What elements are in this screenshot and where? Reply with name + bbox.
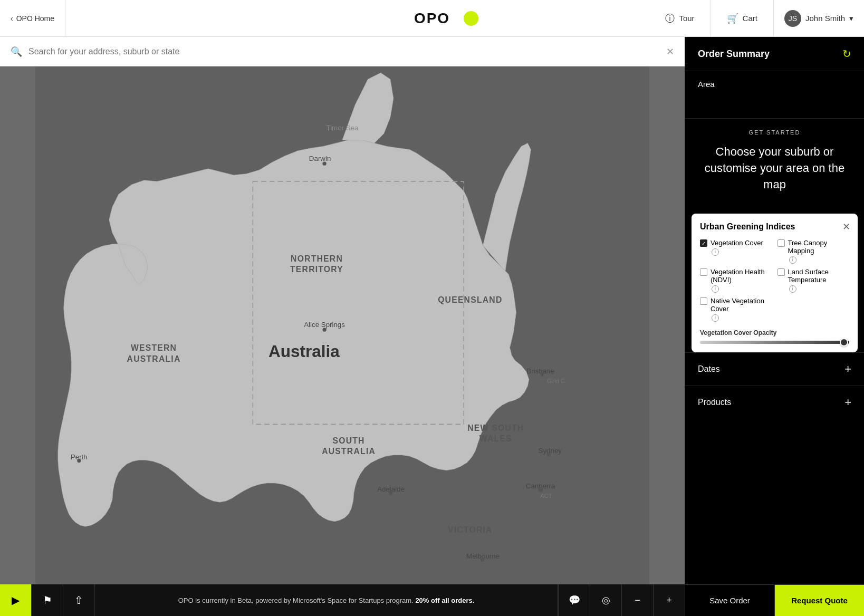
products-label: Products — [698, 398, 731, 407]
svg-text:SOUTH: SOUTH — [333, 436, 365, 445]
header-right: ⓘ Tour 🛒 Cart JS John Smith ▾ — [649, 0, 864, 36]
toolbar-left: ▶ ⚑ ⇧ — [0, 584, 95, 616]
cart-label: Cart — [743, 14, 757, 23]
tree-canopy-info-icon[interactable]: i — [789, 256, 796, 264]
chevron-down-icon: ▾ — [849, 14, 853, 23]
tour-button[interactable]: ⓘ Tour — [649, 0, 711, 36]
bottom-toolbar: ▶ ⚑ ⇧ OPO is currently in Beta, powered … — [0, 584, 685, 616]
veg-cover-label: Vegetation Cover — [711, 239, 763, 247]
get-started-sub: GET STARTED — [698, 129, 851, 136]
land-surface-checkbox[interactable] — [777, 268, 785, 276]
svg-text:Australia: Australia — [268, 342, 340, 361]
area-section: Area — [685, 71, 864, 119]
ugi-item-tree-canopy: Tree Canopy Mapping i — [777, 239, 850, 264]
veg-health-info-icon[interactable]: i — [712, 285, 719, 293]
dates-label: Dates — [698, 364, 720, 374]
ugi-close-button[interactable]: ✕ — [842, 221, 850, 233]
opacity-label: Vegetation Cover Opacity — [700, 329, 849, 336]
search-clear-button[interactable]: ✕ — [666, 46, 674, 57]
location-tool-button[interactable]: ◎ — [590, 584, 621, 616]
svg-text:Darwin: Darwin — [309, 155, 331, 162]
logo-dot — [464, 11, 478, 26]
svg-text:NEW SOUTH: NEW SOUTH — [467, 424, 524, 432]
svg-text:Timor Sea: Timor Sea — [327, 124, 359, 132]
minus-icon: − — [635, 595, 640, 606]
cursor-tool-button[interactable]: ▶ — [0, 584, 32, 616]
area-label: Area — [698, 80, 851, 89]
order-summary-header: Order Summary ↻ — [685, 37, 864, 71]
veg-health-label: Vegetation Health (NDVI) — [711, 268, 772, 284]
upload-icon: ⇧ — [74, 594, 83, 607]
opacity-thumb — [840, 338, 848, 346]
native-veg-checkbox[interactable] — [700, 297, 707, 305]
save-order-button[interactable]: Save Order — [685, 585, 775, 616]
svg-text:Alice Springs: Alice Springs — [304, 321, 345, 329]
order-summary-title: Order Summary — [698, 49, 770, 60]
zoom-out-button[interactable]: − — [621, 584, 653, 616]
zoom-in-button[interactable]: + — [653, 584, 685, 616]
land-surface-label: Land Surface Temperature — [788, 268, 850, 284]
map-svg: WESTERN AUSTRALIA NORTHERN TERRITORY SOU… — [0, 66, 685, 616]
opacity-slider[interactable] — [700, 341, 849, 344]
svg-point-26 — [322, 328, 326, 332]
polygon-icon: ⚑ — [43, 594, 52, 607]
plus-icon: + — [666, 595, 672, 606]
cart-icon: 🛒 — [727, 13, 738, 24]
veg-cover-info-icon[interactable]: i — [712, 248, 719, 256]
veg-cover-checkbox[interactable] — [700, 239, 707, 247]
beta-bold: 20% off all orders. — [415, 596, 474, 604]
svg-text:AUSTRALIA: AUSTRALIA — [127, 354, 181, 363]
back-button[interactable]: ‹ OPO Home — [0, 0, 65, 36]
native-veg-info-icon[interactable]: i — [712, 314, 719, 322]
svg-text:Brisbane: Brisbane — [526, 367, 554, 375]
svg-point-29 — [541, 372, 544, 376]
tree-canopy-label: Tree Canopy Mapping — [788, 239, 850, 255]
user-menu[interactable]: JS John Smith ▾ — [774, 0, 864, 36]
svg-text:ACT: ACT — [541, 493, 552, 499]
cart-button[interactable]: 🛒 Cart — [711, 0, 774, 36]
search-input[interactable] — [28, 47, 660, 56]
svg-point-27 — [77, 459, 81, 463]
dates-accordion[interactable]: Dates + — [685, 352, 864, 386]
logo: OPO — [414, 10, 450, 27]
map-area[interactable]: WESTERN AUSTRALIA NORTHERN TERRITORY SOU… — [0, 66, 685, 616]
toolbar-right: 💬 ◎ − + — [558, 584, 685, 616]
veg-health-checkbox[interactable] — [700, 268, 707, 276]
land-surface-info-icon[interactable]: i — [789, 285, 796, 293]
ugi-panel: Urban Greening Indices ✕ Vegetation Cove… — [692, 214, 858, 352]
svg-point-28 — [389, 492, 392, 495]
refresh-icon[interactable]: ↻ — [842, 47, 851, 60]
get-started-text: Choose your suburb or customise your are… — [698, 144, 851, 192]
upload-tool-button[interactable]: ⇧ — [63, 584, 95, 616]
dates-expand-icon: + — [844, 362, 851, 376]
location-icon: ◎ — [602, 594, 610, 606]
comment-icon: 💬 — [569, 594, 580, 606]
products-expand-icon: + — [844, 396, 851, 409]
svg-text:NORTHERN: NORTHERN — [291, 254, 343, 263]
user-name: John Smith — [805, 14, 845, 23]
comment-tool-button[interactable]: 💬 — [558, 584, 590, 616]
beta-notice: OPO is currently in Beta, powered by Mic… — [95, 596, 558, 604]
svg-text:TERRITORY: TERRITORY — [290, 265, 343, 274]
ugi-title: Urban Greening Indices — [700, 222, 849, 232]
polygon-tool-button[interactable]: ⚑ — [32, 584, 63, 616]
beta-text: OPO is currently in Beta, powered by Mic… — [178, 596, 414, 604]
svg-point-31 — [538, 487, 543, 492]
request-quote-button[interactable]: Request Quote — [775, 585, 864, 616]
svg-text:WALES: WALES — [479, 434, 512, 443]
svg-point-32 — [481, 558, 484, 562]
get-started-section: GET STARTED Choose your suburb or custom… — [685, 119, 864, 214]
products-accordion[interactable]: Products + — [685, 386, 864, 419]
back-label: OPO Home — [16, 14, 54, 23]
ugi-items-grid: Vegetation Cover i Tree Canopy Mapping i — [700, 239, 849, 322]
tour-icon: ⓘ — [665, 12, 675, 25]
svg-point-30 — [547, 453, 551, 456]
bottom-action-bar: Save Order Request Quote — [685, 584, 864, 616]
native-veg-label: Native Vegetation Cover — [711, 297, 772, 313]
ugi-item-native-veg: Native Vegetation Cover i — [700, 297, 772, 322]
svg-point-25 — [322, 162, 326, 166]
main-layout: 🔍 ✕ WESTERN AUSTRALIA — [0, 37, 864, 616]
cursor-icon: ▶ — [12, 594, 20, 607]
svg-text:QUEENSLAND: QUEENSLAND — [438, 295, 502, 304]
tree-canopy-checkbox[interactable] — [777, 239, 785, 247]
